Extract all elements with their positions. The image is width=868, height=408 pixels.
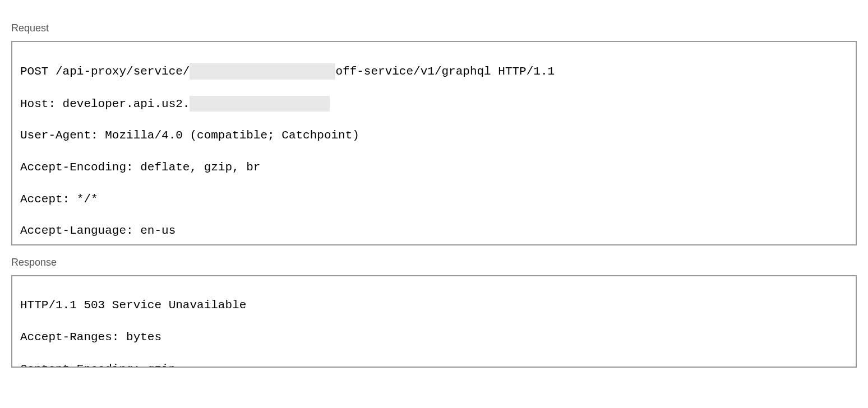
request-box: POST /api-proxy/service/xxxxxxxxxxxxxoff… bbox=[11, 41, 857, 245]
request-line-useragent: User-Agent: Mozilla/4.0 (compatible; Cat… bbox=[20, 128, 848, 143]
request-line-host: Host: developer.api.us2.xxxxxxxxxxxxx bbox=[20, 96, 848, 112]
request-text: off-service/v1/graphql HTTP/1.1 bbox=[335, 65, 555, 78]
response-label: Response bbox=[11, 257, 857, 268]
response-box: HTTP/1.1 503 Service Unavailable Accept-… bbox=[11, 275, 857, 368]
response-line-content-encoding: Content-Encoding: gzip bbox=[20, 361, 848, 368]
redacted-segment: xxxxxxxxxxxxx bbox=[190, 63, 335, 79]
request-text: POST /api-proxy/service/ bbox=[20, 65, 190, 78]
request-text: Host: developer.api.us2. bbox=[20, 97, 190, 110]
redacted-segment: xxxxxxxxxxxxx bbox=[190, 96, 330, 112]
request-line-accept-encoding: Accept-Encoding: deflate, gzip, br bbox=[20, 160, 848, 175]
request-label: Request bbox=[11, 22, 857, 34]
request-line-accept: Accept: */* bbox=[20, 192, 848, 207]
request-line-method: POST /api-proxy/service/xxxxxxxxxxxxxoff… bbox=[20, 63, 848, 80]
response-line-accept-ranges: Accept-Ranges: bytes bbox=[20, 330, 848, 345]
request-line-accept-language: Accept-Language: en-us bbox=[20, 223, 848, 239]
response-line-status: HTTP/1.1 503 Service Unavailable bbox=[20, 298, 848, 313]
